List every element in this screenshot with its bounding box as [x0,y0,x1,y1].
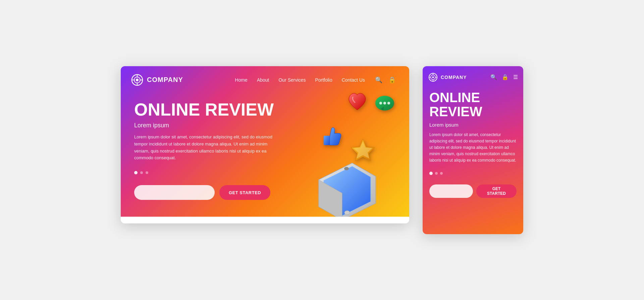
mobile-title-line2: REVIEW [429,104,482,119]
company-logo-icon [131,74,144,86]
mobile-logo-area: COMPANY [428,72,467,82]
mobile-menu-icon[interactable]: ☰ [513,74,518,80]
mobile-dot-active[interactable] [429,172,433,175]
mobile-title-line1: ONLINE [429,90,480,105]
nav-link-home[interactable]: Home [235,77,248,83]
mobile-user-icon[interactable]: 🔒 [502,74,508,80]
mobile-search-icon[interactable]: 🔍 [490,74,497,80]
user-icon[interactable]: 🔒 [388,76,396,84]
desktop-content: ONLINE REVIEW Lorem ipsum Lorem ipsum do… [121,94,409,217]
nav-item-portfolio[interactable]: Portfolio [315,77,332,83]
mobile-cta-row: GET STARTED [429,184,517,198]
nav-item-about[interactable]: About [257,77,269,83]
desktop-hero-description: Lorem ipsum dolor sit amet, consectetur … [134,134,275,162]
svg-point-2 [136,79,138,81]
nav-item-home[interactable]: Home [235,77,248,83]
mobile-hero-description: Lorem ipsum dolor sit amet, consectetur … [429,132,517,164]
svg-point-19 [432,76,434,78]
desktop-mockup: COMPANY Home About Our Services Portfoli… [121,66,409,224]
desktop-hero-subtitle: Lorem ipsum [134,122,396,129]
mobile-mockup: COMPANY 🔍 🔒 ☰ ONLINEREVIEW Lorem ipsum L… [423,66,523,234]
mobile-slider-dots [429,172,517,175]
nav-link-about[interactable]: About [257,77,269,83]
mobile-hero-section: COMPANY 🔍 🔒 ☰ ONLINEREVIEW Lorem ipsum L… [423,66,523,234]
mobile-cta-input[interactable] [429,184,473,198]
svg-point-16 [344,211,350,215]
desktop-nav-icons: 🔍 🔒 [375,76,396,84]
nav-link-portfolio[interactable]: Portfolio [315,77,332,83]
desktop-logo-text: COMPANY [147,76,183,84]
mobile-logo-text: COMPANY [441,75,467,80]
mobile-dot-2[interactable] [435,172,438,175]
mobile-hero-title: ONLINEREVIEW [429,90,517,119]
desktop-hero-title: ONLINE REVIEW [134,100,396,119]
nav-link-services[interactable]: Our Services [278,77,306,83]
mobile-dot-3[interactable] [440,172,443,175]
desktop-text-area: ONLINE REVIEW Lorem ipsum Lorem ipsum do… [134,100,396,200]
desktop-cta-row: GET STARTED [134,185,396,200]
mobile-cta-button[interactable]: GET STARTED [476,184,517,198]
mobile-company-logo-icon [428,72,438,82]
desktop-bottom-bar [121,217,409,223]
nav-item-contact[interactable]: Contact Us [342,77,365,83]
search-icon[interactable]: 🔍 [375,76,382,84]
mobile-nav: COMPANY 🔍 🔒 ☰ [423,66,523,87]
mobile-content: ONLINEREVIEW Lorem ipsum Lorem ipsum dol… [423,87,523,212]
dot-2[interactable] [140,171,143,174]
desktop-hero-section: COMPANY Home About Our Services Portfoli… [121,66,409,217]
nav-link-contact[interactable]: Contact Us [342,77,365,83]
mobile-nav-icons: 🔍 🔒 ☰ [490,74,518,80]
desktop-slider-dots [134,171,396,174]
nav-item-services[interactable]: Our Services [278,77,306,83]
logo-area: COMPANY [131,74,183,86]
mobile-hero-subtitle: Lorem ipsum [429,122,517,128]
desktop-cta-input[interactable] [134,185,215,200]
page-wrapper: COMPANY Home About Our Services Portfoli… [107,53,537,248]
dot-active[interactable] [134,171,138,174]
desktop-nav-links: Home About Our Services Portfolio Contac… [235,77,365,83]
dot-3[interactable] [146,171,148,174]
desktop-cta-button[interactable]: GET STARTED [219,185,270,200]
